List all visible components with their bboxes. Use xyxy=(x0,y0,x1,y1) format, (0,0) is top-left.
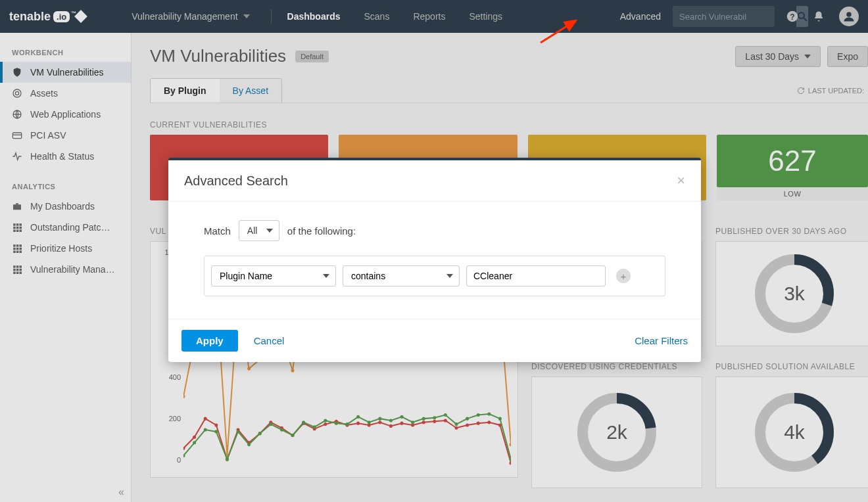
match-value: All xyxy=(247,225,258,236)
operator-value: contains xyxy=(351,271,385,281)
modal-header: Advanced Search × xyxy=(168,160,701,202)
match-prefix: Match xyxy=(204,225,231,237)
match-row: Match All of the following: xyxy=(204,220,665,241)
chevron-down-icon xyxy=(446,274,453,278)
operator-select[interactable]: contains xyxy=(343,265,460,286)
match-suffix: of the following: xyxy=(287,225,356,237)
apply-button[interactable]: Apply xyxy=(181,330,238,352)
advanced-search-modal: Advanced Search × Match All of the follo… xyxy=(168,158,701,362)
add-rule-button[interactable]: + xyxy=(616,269,631,283)
field-value: Plugin Name xyxy=(220,271,272,281)
filter-value-input[interactable] xyxy=(466,265,606,286)
clear-filters-link[interactable]: Clear Filters xyxy=(635,335,688,346)
modal-close-button[interactable]: × xyxy=(677,172,685,189)
chevron-down-icon xyxy=(323,274,329,278)
match-select[interactable]: All xyxy=(239,220,279,241)
modal-footer: Apply Cancel Clear Filters xyxy=(168,319,701,362)
chevron-down-icon xyxy=(266,229,273,233)
cancel-link[interactable]: Cancel xyxy=(254,335,285,346)
modal-body: Match All of the following: Plugin Name … xyxy=(168,202,701,319)
field-select[interactable]: Plugin Name xyxy=(211,265,336,286)
filter-rule-row: Plugin Name contains + xyxy=(204,256,665,296)
modal-title: Advanced Search xyxy=(184,173,288,189)
